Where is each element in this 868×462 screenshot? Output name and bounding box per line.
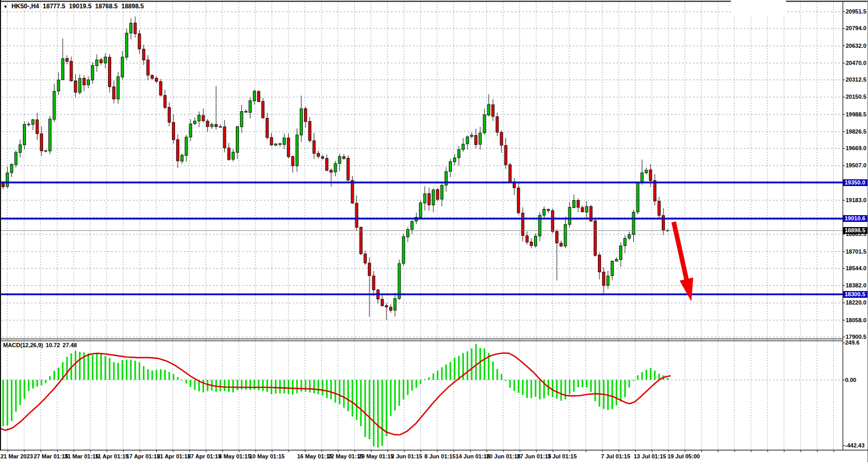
pane-borders xyxy=(0,0,868,462)
macd-value-main: 10.72 xyxy=(46,342,60,348)
horizontal-level-lines[interactable] xyxy=(0,181,843,295)
ohlc-header: ▼HK50-,H418777.519019.518768.518898.5 xyxy=(3,3,148,10)
ohlc-close: 18898.5 xyxy=(121,3,143,10)
macd-indicator-label: MACD(12,26,9)10.7227.48 xyxy=(3,342,79,348)
current-price-line xyxy=(0,230,843,231)
ohlc-high: 19019.5 xyxy=(69,3,91,10)
collapse-chart-icon[interactable]: ▼ xyxy=(3,4,8,9)
mt4-chart-window: 20951.520794.020632.020470.020312.520150… xyxy=(0,0,868,462)
macd-value-signal: 27.48 xyxy=(63,342,77,348)
ohlc-open: 18777.5 xyxy=(43,3,65,10)
start-button-area: 开始 xyxy=(731,0,786,16)
grid-lines xyxy=(2,2,843,450)
ohlc-low: 18768.5 xyxy=(95,3,117,10)
symbol-period-label: HK50-,H4 xyxy=(11,3,39,10)
candles xyxy=(2,17,669,320)
macd-title: MACD(12,26,9) xyxy=(3,342,43,348)
chart-canvas[interactable] xyxy=(0,0,868,462)
sell-arrow-annotation[interactable] xyxy=(672,221,693,301)
